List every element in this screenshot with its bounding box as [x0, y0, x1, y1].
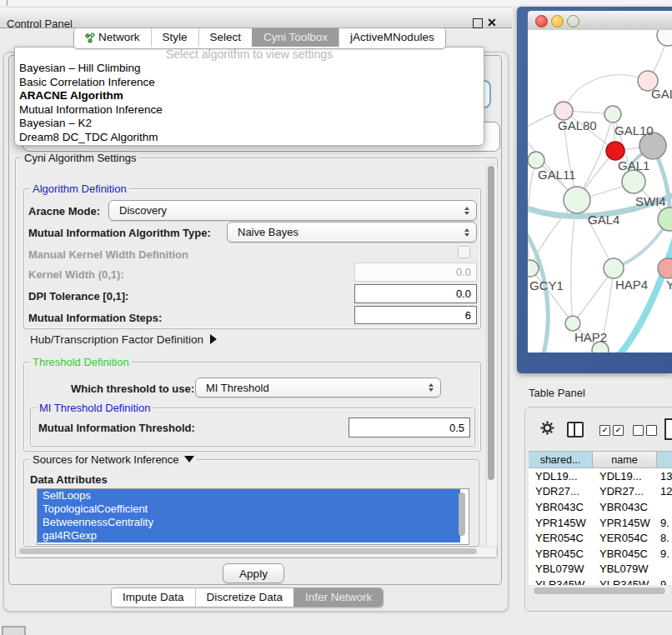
table-row[interactable]: YDR27...YDR27...12	[529, 484, 672, 500]
table-row[interactable]: YER054CYER054C8.	[529, 530, 672, 546]
columns-icon[interactable]	[567, 422, 584, 438]
mi-algorithm-type-combo[interactable]: Naive Bayes	[227, 222, 477, 242]
algorithm-dropdown-list: Select algorithm to view settings Bayesi…	[14, 47, 484, 146]
settings-vertical-scrollbar[interactable]	[486, 163, 498, 550]
network-node[interactable]	[606, 142, 624, 160]
algorithm-dropdown-items: Bayesian – Hill ClimbingBasic Correlatio…	[15, 62, 484, 145]
top-strip-divider	[7, 0, 8, 6]
tab-impute-data[interactable]: Impute Data	[112, 588, 195, 607]
network-node-y[interactable]	[658, 258, 672, 278]
data-attribute-item[interactable]: BetweennessCentrality	[38, 516, 460, 529]
bottom-left-widget[interactable]	[2, 626, 26, 635]
network-node-gal4[interactable]	[564, 187, 590, 213]
data-attribute-item[interactable]: SelfLoops	[38, 489, 460, 502]
network-node-hap4[interactable]	[604, 258, 624, 278]
tab-discretize-data[interactable]: Discretize Data	[195, 588, 294, 607]
mi-threshold-value: 0.5	[449, 422, 464, 434]
column-header-name[interactable]: name	[593, 451, 657, 468]
tab-cyni-toolbox[interactable]: Cyni Toolbox	[252, 28, 339, 47]
attributes-scrollbar-thumb[interactable]	[459, 492, 465, 536]
network-node-gcy1[interactable]	[528, 260, 539, 277]
threshold-definition-legend: Threshold Definition	[30, 356, 132, 368]
application-window: Control Panel ✕ gal-filtered.sif default…	[0, 0, 672, 635]
zoom-traffic-light-icon[interactable]	[567, 15, 579, 28]
table-body[interactable]: YDL19...YDL19...13YDR27...YDR27...12YBR0…	[529, 468, 672, 585]
tab-label: Cyni Toolbox	[263, 28, 328, 47]
select-all-checkboxes-icon[interactable]: ✓✓	[599, 425, 624, 436]
table-row[interactable]: YBR043CYBR043C	[529, 499, 672, 515]
close-icon[interactable]: ✕	[487, 16, 497, 29]
node-label-gal11: GAL11	[538, 168, 576, 182]
data-attribute-item[interactable]: TopologicalCoefficient	[38, 502, 460, 516]
which-threshold-value: MI Threshold	[206, 382, 269, 394]
settings-vertical-scrollbar-thumb[interactable]	[488, 166, 494, 480]
apply-button-label: Apply	[239, 568, 268, 580]
table-header-row: shared... name	[529, 451, 672, 468]
top-strip	[0, 0, 672, 7]
deselect-all-checkboxes-icon[interactable]	[633, 425, 657, 436]
kernel-width-field: 0.0	[354, 262, 477, 282]
settings-horizontal-scrollbar-thumb[interactable]	[19, 548, 477, 554]
network-node-gal1[interactable]	[622, 170, 645, 193]
node-label-swi4: SWI4	[635, 194, 666, 208]
hub-section-toggle[interactable]: Hub/Transcription Factor Definition	[30, 333, 217, 346]
table-horizontal-scrollbar[interactable]	[532, 586, 669, 595]
node-label-gal: GAL	[651, 87, 672, 101]
algorithm-menu-item[interactable]: Bayesian – K2	[15, 117, 484, 131]
data-attributes-list[interactable]: SelfLoopsTopologicalCoefficientBetweenne…	[37, 488, 469, 545]
new-table-icon[interactable]	[664, 418, 672, 440]
mi-threshold-field[interactable]: 0.5	[349, 418, 470, 438]
tab-style[interactable]: Style	[151, 28, 198, 47]
sources-legend[interactable]: Sources for Network Inference	[30, 453, 197, 466]
table-row[interactable]: YDL19...YDL19...13	[529, 468, 672, 484]
tab-jactivemnodules[interactable]: jActiveMNodules	[339, 28, 445, 47]
network-node-swi4[interactable]	[658, 208, 672, 231]
kernel-width-label: Kernel Width (0,1):	[28, 268, 124, 281]
close-traffic-light-icon[interactable]	[535, 15, 548, 28]
control-panel-titlebar: Control Panel ✕	[0, 7, 512, 28]
table-row[interactable]: YPR145WYPR145W9.	[529, 515, 672, 531]
table-row[interactable]: YBL079WYBL079W	[529, 562, 672, 578]
table-cell: 12	[657, 485, 672, 498]
table-horizontal-scrollbar-thumb[interactable]	[534, 588, 665, 594]
network-node-hap2[interactable]	[565, 316, 580, 331]
settings-horizontal-scrollbar[interactable]	[17, 547, 497, 558]
algorithm-menu-item[interactable]: Dream8 DC_TDC Algorithm	[15, 131, 484, 145]
algorithm-menu-item[interactable]: Mutual Information Inference	[15, 103, 484, 118]
which-threshold-label: Which threshold to use:	[71, 382, 194, 395]
table-cell: YER054C	[593, 532, 657, 544]
algorithm-menu-item[interactable]: Basic Correlation Inference	[15, 76, 484, 90]
table-row[interactable]: YLR345WYLR345W9.	[529, 577, 672, 585]
hub-section-label: Hub/Transcription Factor Definition	[30, 333, 203, 346]
dpi-tolerance-field[interactable]: 0.0	[354, 284, 477, 303]
apply-button[interactable]: Apply	[223, 563, 284, 583]
algorithm-menu-item[interactable]: ARACNE Algorithm	[15, 89, 484, 103]
network-node-gal10[interactable]	[604, 106, 621, 122]
network-node[interactable]	[657, 30, 672, 46]
table-panel-title: Table Panel	[529, 387, 585, 399]
node-label-gal1: GAL1	[618, 158, 649, 172]
node-label-hap4: HAP4	[615, 278, 648, 292]
column-header-shared[interactable]: shared...	[529, 451, 593, 468]
data-attribute-item[interactable]: gal4RGexp	[38, 529, 460, 542]
network-window-titlebar[interactable]	[528, 11, 672, 31]
float-window-icon[interactable]	[473, 18, 483, 28]
mi-algorithm-type-label: Mutual Information Algorithm Type:	[28, 227, 211, 239]
mi-steps-field[interactable]: 6	[354, 306, 477, 324]
manual-kernel-checkbox[interactable]	[458, 246, 470, 258]
aracne-mode-combo[interactable]: Discovery	[108, 200, 477, 221]
gear-icon[interactable]	[540, 421, 554, 438]
column-header-third[interactable]	[657, 451, 672, 468]
tab-infer-network[interactable]: Infer Network	[293, 588, 383, 607]
tab-network[interactable]: Network	[74, 28, 151, 47]
minimize-traffic-light-icon[interactable]	[551, 15, 564, 28]
algorithm-menu-item[interactable]: Bayesian – Hill Climbing	[15, 62, 484, 76]
mi-threshold-label: Mutual Information Threshold:	[38, 422, 195, 434]
table-cell: YDL19...	[529, 470, 593, 482]
table-row[interactable]: YBR045CYBR045C9.	[529, 546, 672, 562]
which-threshold-combo[interactable]: MI Threshold	[195, 378, 441, 398]
network-node-gal80[interactable]	[554, 102, 573, 120]
network-canvas[interactable]: GALGAL80GAL10GAL1GAL11GAL4SWI4GCY1HAP4YH…	[528, 30, 672, 352]
tab-select[interactable]: Select	[198, 28, 253, 47]
network-node-gal11[interactable]	[528, 152, 544, 168]
